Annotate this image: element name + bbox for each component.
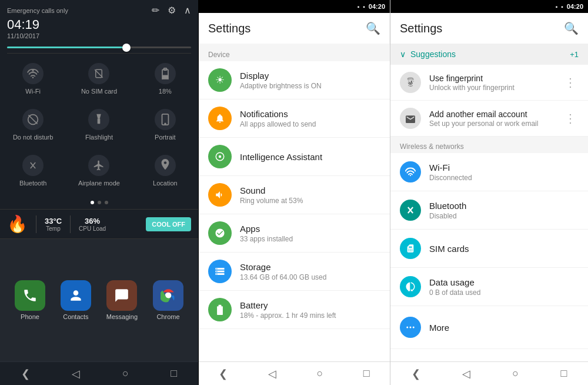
contacts-app-label: Contacts [63, 313, 88, 320]
nosim-icon [88, 63, 109, 84]
bluetooth-network-icon [400, 200, 421, 221]
tile-flashlight[interactable]: Flashlight [66, 102, 132, 148]
device-section-header: Device [199, 44, 390, 61]
network-data-usage[interactable]: Data usage 0 B of data used [390, 268, 588, 306]
battery-subtitle: 18% - approx. 1 hr 49 mins left [240, 311, 380, 320]
settings-battery-icon: ▪ [358, 4, 360, 10]
sound-icon [208, 183, 232, 207]
data-usage-icon [400, 276, 421, 297]
settings-status-bar: ▪ ▪ 04:20 [199, 0, 390, 13]
shade-header-icons: ✏ ⚙ ∧ [152, 5, 191, 16]
email-text: Add another email account Set up your pe… [429, 109, 562, 128]
settings-nav-back-chevron[interactable]: ❮ [214, 363, 232, 385]
more-icon [400, 317, 421, 338]
nav-back-chevron[interactable]: ❮ [16, 363, 35, 385]
settings-apps[interactable]: Apps 33 apps installed [199, 214, 390, 253]
location-icon [155, 155, 176, 176]
settings-storage[interactable]: Storage 13.64 GB of 64.00 GB used [199, 253, 390, 291]
network-bluetooth[interactable]: Bluetooth Disabled [390, 191, 588, 230]
tile-wifi[interactable]: Wi-Fi [0, 56, 66, 102]
svg-point-12 [165, 123, 166, 124]
expand-icon[interactable]: ∧ [184, 5, 191, 16]
more-item[interactable]: More [390, 306, 588, 349]
settings2-nav-back[interactable]: ◁ [457, 363, 475, 385]
nav-recents[interactable]: □ [166, 363, 182, 384]
cool-off-button[interactable]: COOL OFF [146, 217, 191, 231]
tile-portrait[interactable]: Portrait [132, 102, 198, 148]
settings2-nav-recents[interactable]: □ [556, 363, 572, 384]
svg-line-9 [29, 115, 38, 124]
svg-point-19 [410, 175, 411, 176]
separator-2 [70, 215, 71, 233]
messaging-app-label: Messaging [106, 313, 138, 320]
suggestions-list: ∨ Suggestions +1 Use fingerprint Unlock … [390, 44, 588, 361]
intelligence-icon [208, 145, 232, 168]
cpu-value: 36% [85, 217, 100, 225]
suggestion-fingerprint[interactable]: Use fingerprint Unlock with your fingerp… [390, 65, 588, 101]
wifi-network-icon [400, 161, 421, 182]
brightness-slider[interactable] [0, 42, 198, 53]
emergency-text: Emergency calls only [7, 7, 68, 14]
network-wifi[interactable]: Wi-Fi Disconnected [390, 153, 588, 191]
settings-nav-bar: ❮ ◁ ○ □ [199, 361, 390, 385]
settings-toolbar: Settings 🔍 [199, 13, 390, 44]
email-more-icon[interactable]: ⋮ [562, 109, 579, 128]
settings-icon[interactable]: ⚙ [168, 5, 176, 16]
tile-airplane-label: Airplane mode [78, 180, 120, 187]
nav-home[interactable]: ○ [118, 363, 133, 384]
display-text: Display Adaptive brightness is ON [240, 71, 380, 90]
tile-nosim[interactable]: No SIM card [66, 56, 132, 102]
svg-rect-18 [219, 305, 222, 307]
apps-icon [208, 221, 232, 245]
notification-shade: Emergency calls only ✏ ⚙ ∧ 04:19 11/10/2… [0, 0, 198, 385]
app-phone[interactable]: Phone [15, 280, 45, 320]
fire-icon: 🔥 [7, 214, 28, 234]
tile-bluetooth[interactable]: Bluetooth [0, 148, 66, 194]
sound-title: Sound [240, 185, 380, 195]
email-subtitle: Set up your personal or work email [429, 120, 562, 128]
settings-notifications[interactable]: Notifications All apps allowed to send [199, 99, 390, 138]
wifi-network-title: Wi-Fi [429, 162, 579, 172]
notifications-title: Notifications [240, 109, 380, 119]
settings-search-icon[interactable]: 🔍 [366, 21, 380, 35]
settings-battery[interactable]: Battery 18% - approx. 1 hr 49 mins left [199, 291, 390, 329]
app-chrome[interactable]: Chrome [153, 280, 183, 320]
app-drawer-row: Phone Contacts Messaging [0, 238, 198, 361]
bluetooth-network-subtitle: Disabled [429, 212, 579, 220]
display-icon: ☀ [208, 68, 232, 92]
settings-sound[interactable]: Sound Ring volume at 53% [199, 176, 390, 214]
settings-intelligence[interactable]: Intelligence Assistant [199, 138, 390, 176]
fingerprint-subtitle: Unlock with your fingerprint [429, 84, 562, 92]
portrait-icon [155, 109, 176, 130]
sim-network-text: SIM cards [429, 244, 579, 254]
network-sim[interactable]: SIM cards [390, 230, 588, 268]
settings2-search-icon[interactable]: 🔍 [564, 21, 579, 35]
edit-icon[interactable]: ✏ [152, 5, 159, 16]
storage-subtitle: 13.64 GB of 64.00 GB used [240, 273, 380, 281]
settings2-nav-home[interactable]: ○ [507, 363, 523, 384]
phone-app-icon [15, 280, 45, 311]
tile-battery[interactable]: 18% [132, 56, 198, 102]
tile-portrait-label: Portrait [155, 134, 175, 141]
data-usage-text: Data usage 0 B of data used [429, 277, 579, 297]
battery-text: Battery 18% - approx. 1 hr 49 mins left [240, 300, 380, 320]
app-messaging[interactable]: Messaging [106, 280, 138, 320]
tile-dnd[interactable]: Do not disturb [0, 102, 66, 148]
tile-airplane[interactable]: Airplane mode [66, 148, 132, 194]
bluetooth-network-title: Bluetooth [429, 201, 579, 211]
settings-nav-back[interactable]: ◁ [263, 363, 281, 385]
tile-location[interactable]: Location [132, 148, 198, 194]
settings-nav-recents[interactable]: □ [359, 363, 375, 384]
settings2-nav-back-chevron[interactable]: ❮ [407, 363, 425, 385]
settings-nav-home[interactable]: ○ [312, 363, 328, 384]
tile-battery-label: 18% [159, 88, 172, 95]
suggestions-header[interactable]: ∨ Suggestions +1 [390, 44, 588, 65]
settings-display[interactable]: ☀ Display Adaptive brightness is ON [199, 61, 390, 99]
notifications-text: Notifications All apps allowed to send [240, 109, 380, 128]
brightness-track[interactable] [7, 47, 191, 48]
fingerprint-more-icon[interactable]: ⋮ [562, 73, 579, 92]
suggestion-email[interactable]: Add another email account Set up your pe… [390, 101, 588, 137]
nav-back[interactable]: ◁ [67, 363, 85, 385]
temp-label: Temp [46, 225, 60, 232]
app-contacts[interactable]: Contacts [61, 280, 91, 320]
